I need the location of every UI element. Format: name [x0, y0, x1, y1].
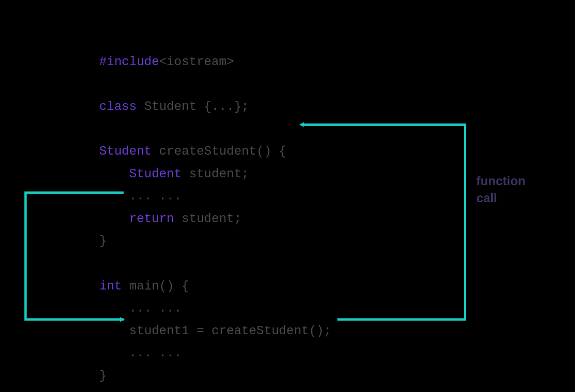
- tok-return-val: student;: [174, 212, 242, 226]
- line-1: #include<iostream>: [99, 55, 234, 69]
- tok-main-name: main(): [122, 279, 182, 293]
- line-11: ... ...: [99, 346, 181, 360]
- line-12: }: [99, 369, 107, 383]
- line-10: student1 = createStudent();: [99, 324, 331, 338]
- tok-open-brace: {: [279, 144, 286, 159]
- tok-class-name: Student: [137, 100, 204, 114]
- tok-dots-1: ... ...: [129, 189, 181, 203]
- tok-ret-type: Student: [99, 144, 151, 159]
- line-4: Student student;: [99, 167, 249, 181]
- tok-class-rest: {...};: [204, 100, 249, 114]
- tok-close-brace-1: }: [99, 234, 107, 248]
- tok-int-kw: int: [99, 279, 122, 293]
- tok-class-kw: class: [99, 100, 137, 114]
- line-7: }: [99, 234, 107, 248]
- tok-close-brace-2: }: [99, 369, 107, 383]
- tok-open-brace-2: {: [181, 279, 189, 293]
- tok-call-stmt: student1 = createStudent();: [129, 324, 331, 338]
- tok-dots-3: ... ...: [129, 346, 181, 360]
- tok-local-name: student;: [181, 167, 249, 181]
- tok-dots-2: ... ...: [129, 301, 181, 316]
- code-block: #include<iostream> class Student {...}; …: [99, 28, 331, 387]
- annotation-line-1: function: [476, 174, 526, 188]
- annotation-function-call: function call: [476, 173, 526, 206]
- line-2: class Student {...};: [99, 100, 249, 114]
- line-5: ... ...: [99, 189, 181, 203]
- tok-func-name: createStudent(): [151, 144, 278, 159]
- tok-return-kw: return: [129, 212, 174, 226]
- tok-include: #include: [99, 55, 159, 69]
- line-8: int main() {: [99, 279, 189, 293]
- line-6: return student;: [99, 212, 242, 226]
- annotation-line-2: call: [476, 191, 497, 205]
- line-3: Student createStudent() {: [99, 144, 286, 159]
- line-9: ... ...: [99, 301, 181, 316]
- tok-iostream: <iostream>: [159, 55, 234, 69]
- tok-local-type: Student: [129, 167, 181, 181]
